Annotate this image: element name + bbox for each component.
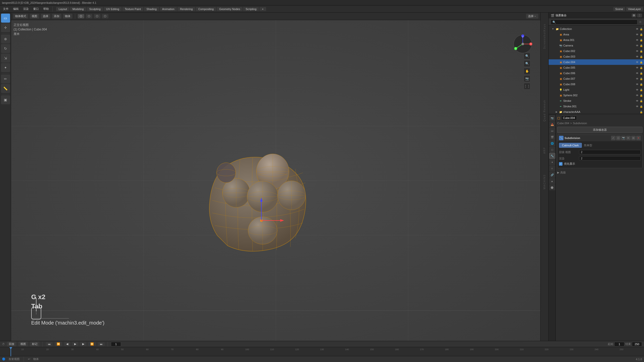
measure-tool[interactable]: 📏 [1, 84, 10, 93]
markers-menu[interactable]: 标记 [30, 342, 39, 346]
prop-tab-material[interactable]: ⬤ [549, 184, 555, 190]
prev-frame-btn[interactable]: ⏪ [55, 342, 62, 346]
outliner-item-cube-007[interactable]: ▣Cube.007👁🔒 [549, 76, 644, 81]
next-frame-btn[interactable]: ⏩ [88, 342, 96, 346]
outliner-item-lock[interactable]: 🔒 [639, 71, 643, 75]
outliner-filter-btn[interactable]: ⚙ [632, 14, 636, 17]
modifier-delete-btn[interactable]: ✕ [636, 136, 641, 140]
tab-sculpting[interactable]: Sculpting [87, 7, 103, 11]
outliner-item-lock[interactable]: 🔒 [639, 60, 643, 64]
outliner-item-characteraaa[interactable]: ▶📁characterAAA🔒 [549, 109, 644, 114]
menu-help[interactable]: 帮助 [41, 7, 51, 11]
play-btn[interactable]: ▶ [72, 342, 78, 346]
outliner-item-visibility[interactable]: 👁 [635, 38, 639, 42]
outliner-options-btn[interactable]: ⋮ [637, 14, 642, 17]
level-view-input[interactable]: 2 [579, 150, 641, 154]
outliner-filter-icon[interactable]: ⚙ [638, 20, 642, 24]
viewport-object-menu[interactable]: 物体 [63, 14, 72, 19]
vp-camera[interactable]: 📷 [524, 75, 530, 82]
outliner-item-lock[interactable]: 🔒 [639, 77, 643, 80]
outliner-item-lock[interactable]: 🔒 [639, 105, 643, 108]
outliner-item-lock[interactable]: 🔒 [639, 44, 643, 47]
timeline-content[interactable]: 1020304050607080901001101201301401501601… [0, 347, 644, 356]
modifier-enable-btn[interactable]: ✓ [611, 136, 616, 140]
outliner-item-lock[interactable]: 🔒 [639, 49, 643, 53]
outliner-item-visibility[interactable] [635, 110, 639, 114]
menu-render[interactable]: 渲染 [21, 7, 31, 11]
outliner-item-visibility[interactable]: 👁 [635, 105, 639, 108]
vp-grid[interactable]: ⋮⋮ [524, 83, 530, 89]
tab-animation[interactable]: Animation [160, 7, 177, 11]
prop-tab-constraints[interactable]: 🔗 [549, 172, 555, 178]
menu-window[interactable]: 窗口 [31, 7, 41, 11]
prop-tab-scene[interactable]: 🎬 [549, 134, 555, 140]
outliner-item-stroke-001[interactable]: ✒Stroke.001👁🔒 [549, 104, 644, 109]
outliner-item-lock[interactable]: 🔒 [639, 38, 643, 42]
viewport-add-menu[interactable]: 添加 [52, 14, 61, 19]
outliner-item-lock[interactable]: 🔒 [639, 110, 643, 114]
outliner-item-visibility[interactable]: 👁 [635, 33, 639, 36]
outliner-item-area-001[interactable]: ▣Area.001👁🔒 [549, 37, 644, 43]
outliner-item-sphere-002[interactable]: ▣Sphere.002👁🔒 [549, 93, 644, 98]
select-box-tool[interactable]: ▭ [1, 14, 10, 23]
rotate-tool[interactable]: ↻ [1, 44, 10, 53]
advanced-section[interactable]: ▶ 高级 [557, 170, 642, 175]
outliner-item-visibility[interactable]: 👁 [635, 82, 639, 86]
prop-tab-object[interactable]: ◻ [549, 147, 555, 153]
tab-shading[interactable]: Shading [144, 7, 159, 11]
prop-tab-data[interactable]: ▲ [549, 178, 555, 184]
play-end-btn[interactable]: ⏭ [98, 342, 105, 346]
outliner-item-cube-003[interactable]: ▣Cube.003👁🔒 [549, 54, 644, 59]
outliner-item-light[interactable]: 💡Light👁🔒 [549, 87, 644, 93]
viewport-display-solid[interactable]: ⬡ [78, 14, 84, 18]
prev-keyframe-btn[interactable]: ◀ [64, 342, 70, 346]
outliner-item-visibility[interactable]: 👁 [635, 88, 639, 92]
render-input[interactable]: 2 [579, 156, 641, 161]
annotate-tool[interactable]: ✏ [1, 74, 10, 83]
optimize-checkbox[interactable]: ✓ [559, 162, 562, 166]
outliner-item-lock[interactable]: 🔒 [639, 55, 643, 58]
prop-tab-particles[interactable]: ✦ [549, 159, 555, 165]
modifier-type-btn[interactable]: Catmull-Clark [559, 143, 582, 148]
vp-pan[interactable]: ✋ [524, 68, 530, 74]
outliner-item-lock[interactable]: 🔒 [639, 82, 643, 86]
modifier-apply-render-btn[interactable]: 📷 [621, 136, 626, 140]
outliner-item-lock[interactable]: 🔒 [639, 66, 643, 69]
viewlayer-selector[interactable]: ViewLayer [626, 7, 643, 11]
outliner-item-visibility[interactable]: 👁 [635, 55, 639, 58]
viewport-view-menu[interactable]: 视图 [30, 14, 39, 19]
timeline-playhead[interactable] [11, 347, 11, 356]
tab-layout[interactable]: Layout [56, 7, 69, 11]
modifier-card-header[interactable]: 🔧 Subdivision ✓ ⬡ 📷 ✏ ⊡ ✕ [557, 135, 642, 141]
menu-edit[interactable]: 编辑 [11, 7, 21, 11]
outliner-item-lock[interactable]: 🔒 [639, 99, 643, 103]
outliner-item-cube-005[interactable]: ▣Cube.005👁🔒 [549, 65, 644, 70]
viewport-display-render[interactable]: ⬡ [102, 14, 108, 18]
tab-rendering[interactable]: Rendering [177, 7, 195, 11]
viewport-mode-selector[interactable]: 物体模式 [13, 14, 28, 19]
current-frame-input[interactable]: 1 [111, 342, 121, 346]
tab-scripting[interactable]: Scripting [243, 7, 259, 11]
modifier-apply-edit-btn[interactable]: ✏ [626, 136, 631, 140]
prop-tab-world[interactable]: 🌐 [549, 140, 555, 146]
prop-obj-name[interactable]: Cube.004 [561, 116, 577, 120]
frame-start-input[interactable]: 1 [614, 342, 624, 346]
outliner-item-visibility[interactable]: 👁 [635, 27, 639, 31]
menu-file[interactable]: 文件 [1, 7, 11, 11]
transform-tool[interactable]: ✦ [1, 63, 10, 72]
outliner-item-camera[interactable]: 📷Camera👁🔒 [549, 43, 644, 48]
prop-tab-modifiers[interactable]: 🔧 [549, 153, 555, 159]
outliner-item-lock[interactable]: 🔒 [639, 27, 643, 31]
tab-texture-paint[interactable]: Texture Paint [122, 7, 143, 11]
prop-tab-view-layer[interactable]: 🗂 [549, 128, 555, 134]
outliner-item-visibility[interactable]: 👁 [635, 66, 639, 69]
tab-geometry-nodes[interactable]: Geometry Nodes [217, 7, 243, 11]
add-cube-tool[interactable]: ▣ [1, 95, 10, 104]
outliner-item-visibility[interactable]: 👁 [635, 94, 639, 97]
outliner-item-stroke[interactable]: ✒Stroke👁🔒 [549, 98, 644, 104]
outliner-search-input[interactable] [551, 20, 637, 25]
vp-zoom-out[interactable]: 🔍 [524, 60, 530, 67]
view-menu-tl[interactable]: 视图 [18, 342, 28, 346]
outliner-item-visibility[interactable]: 👁 [635, 49, 639, 53]
outliner-item-lock[interactable]: 🔒 [639, 33, 643, 36]
